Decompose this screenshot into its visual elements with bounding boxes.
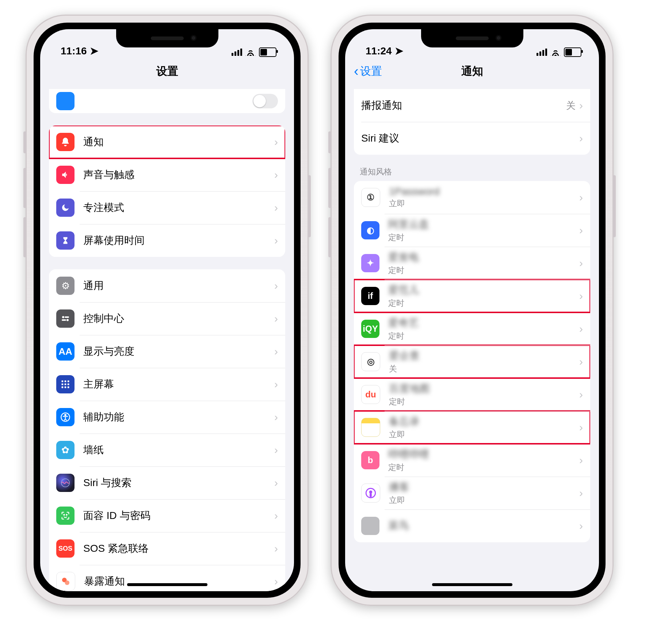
app-name: 爱企查: [389, 349, 579, 363]
bell-icon: [56, 133, 75, 151]
nav-back-button[interactable]: ‹ 设置: [354, 58, 382, 84]
chevron-right-icon: ›: [274, 201, 278, 214]
app-icon: ◐: [361, 221, 379, 239]
hourglass-icon: [56, 231, 75, 250]
row-notifications[interactable]: 通知 ›: [49, 126, 285, 158]
chevron-right-icon: ›: [579, 132, 583, 145]
chevron-right-icon: ›: [274, 509, 278, 522]
app-name: 百度地图: [389, 382, 579, 396]
app-row[interactable]: b哔哩哔哩定时›: [354, 444, 590, 477]
chevron-right-icon: ›: [274, 444, 278, 456]
app-row[interactable]: ✦爱发电定时›: [354, 247, 590, 280]
row-siri-suggestions[interactable]: Siri 建议 ›: [354, 122, 590, 155]
settings-group-2: ⚙ 通用 › 控制中心 › AA: [49, 269, 285, 591]
svg-point-17: [66, 515, 67, 515]
row-siri[interactable]: Siri 与搜索 ›: [49, 466, 285, 499]
row-homescreen[interactable]: 主屏幕 ›: [49, 368, 285, 401]
row-label: 屏幕使用时间: [83, 234, 274, 247]
app-row[interactable]: ◐阿里云盘定时›: [354, 214, 590, 247]
svg-point-2: [66, 319, 69, 321]
row-general[interactable]: ⚙ 通用 ›: [49, 269, 285, 302]
notch: [116, 29, 218, 47]
row-label: 通知: [83, 135, 274, 149]
app-name: 爱范儿: [388, 283, 579, 297]
section-header: 通知风格: [354, 155, 590, 181]
grid-icon: [56, 375, 75, 393]
svg-point-0: [62, 316, 64, 318]
app-name: 播客: [389, 480, 579, 494]
exposure-icon: [56, 572, 75, 591]
chevron-right-icon: ›: [579, 454, 583, 466]
app-row[interactable]: ◎爱企查关›: [354, 345, 590, 378]
siri-icon: [56, 474, 75, 492]
app-row[interactable]: 备忘录立即›: [354, 411, 590, 444]
app-icon: [361, 517, 379, 535]
chevron-right-icon: ›: [274, 280, 278, 292]
location-icon: ➤: [395, 45, 403, 57]
row-label: 播报通知: [361, 99, 566, 112]
chevron-right-icon: ›: [579, 224, 583, 236]
row-label: 控制中心: [83, 312, 274, 326]
chevron-right-icon: ›: [579, 290, 583, 302]
svg-rect-5: [65, 381, 66, 382]
switches-icon: [56, 309, 75, 328]
chevron-right-icon: ›: [579, 388, 583, 401]
app-sublabel: 定时: [388, 232, 579, 243]
chevron-right-icon: ›: [274, 575, 278, 588]
row-sos[interactable]: SOS SOS 紧急联络 ›: [49, 532, 285, 565]
chevron-right-icon: ›: [579, 520, 583, 532]
chevron-right-icon: ›: [579, 323, 583, 335]
row-label: 显示与亮度: [83, 345, 274, 358]
row-screentime[interactable]: 屏幕使用时间 ›: [49, 224, 285, 257]
row-faceid[interactable]: 面容 ID 与密码 ›: [49, 499, 285, 532]
svg-rect-6: [68, 381, 69, 382]
row-wallpaper[interactable]: ✿ 墙纸 ›: [49, 434, 285, 466]
svg-point-19: [65, 581, 70, 585]
wifi-icon: [246, 49, 255, 56]
app-sublabel: 关: [389, 363, 579, 374]
nav-back-label: 设置: [360, 64, 382, 79]
app-row[interactable]: du百度地图定时›: [354, 378, 590, 411]
app-sublabel: 定时: [389, 396, 579, 407]
row-focus[interactable]: 专注模式 ›: [49, 191, 285, 224]
home-indicator[interactable]: [432, 583, 512, 586]
chevron-right-icon: ›: [579, 355, 583, 368]
row-accessibility[interactable]: 辅助功能 ›: [49, 401, 285, 434]
speaker-icon: [56, 166, 75, 184]
chevron-right-icon: ›: [579, 99, 583, 112]
toggle-off[interactable]: [252, 94, 278, 108]
battery-icon: [564, 47, 581, 57]
app-row[interactable]: ①1Password立即›: [354, 181, 590, 214]
app-row[interactable]: 播客立即›: [354, 477, 590, 509]
faceid-icon: [56, 507, 75, 525]
row-display[interactable]: AA 显示与亮度 ›: [49, 335, 285, 368]
app-icon: du: [361, 385, 380, 404]
row-label: Siri 与搜索: [83, 476, 274, 490]
chevron-right-icon: ›: [274, 542, 278, 555]
app-row[interactable]: iQY爱奇艺定时›: [354, 312, 590, 345]
chevron-right-icon: ›: [274, 411, 278, 423]
row-announce[interactable]: 播报通知 关 ›: [354, 89, 590, 122]
row-sounds[interactable]: 声音与触感 ›: [49, 158, 285, 191]
row-control-center[interactable]: 控制中心 ›: [49, 302, 285, 335]
row-label: 主屏幕: [83, 377, 274, 391]
notif-app-group: ①1Password立即›◐阿里云盘定时›✦爱发电定时›if爱范儿定时›iQY爱…: [354, 181, 590, 542]
svg-rect-12: [68, 386, 69, 388]
row-exposure[interactable]: 暴露通知 ›: [49, 565, 285, 591]
battery-icon: [259, 47, 276, 57]
app-name: 爱奇艺: [388, 316, 579, 330]
app-row[interactable]: if爱范儿定时›: [354, 280, 590, 312]
chevron-right-icon: ›: [274, 345, 278, 358]
partial-row[interactable]: [49, 89, 285, 113]
sos-icon: SOS: [56, 539, 75, 558]
app-sublabel: 定时: [388, 462, 579, 473]
chevron-right-icon: ›: [579, 191, 583, 204]
svg-rect-4: [62, 381, 64, 382]
chevron-right-icon: ›: [274, 477, 278, 489]
home-indicator[interactable]: [127, 583, 207, 586]
app-sublabel: 立即: [389, 429, 579, 440]
chevron-right-icon: ›: [274, 378, 278, 390]
app-row[interactable]: 菜鸟›: [354, 509, 590, 542]
app-sublabel: 定时: [388, 331, 579, 342]
svg-rect-8: [65, 384, 66, 385]
